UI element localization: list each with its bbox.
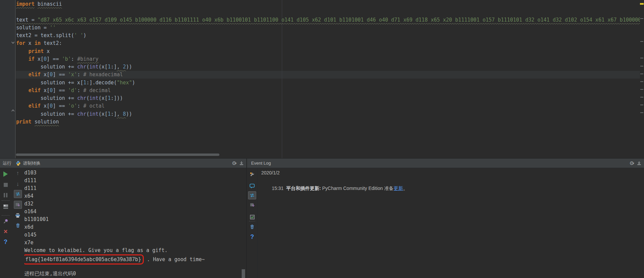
checkbox-icon[interactable] bbox=[249, 214, 256, 220]
code-line: print solution bbox=[16, 118, 640, 126]
run-console-output[interactable]: d103d111d111x64d32o164b1101001x6do145x7e… bbox=[24, 169, 238, 278]
stripe-typo-mark[interactable] bbox=[640, 105, 643, 105]
error-stripe[interactable] bbox=[640, 0, 644, 158]
console-line: d111 bbox=[24, 177, 238, 185]
code-line: elif x[0] == 'd': # decimal bbox=[16, 87, 640, 94]
code-line: elif x[0] == 'o': # octal bbox=[16, 102, 640, 110]
event-log-title: Event Log bbox=[251, 161, 271, 166]
run-panel-body: × ? ↑ ↓ d103d111d111x64d32 bbox=[0, 168, 246, 278]
clear-console-icon[interactable] bbox=[15, 222, 21, 229]
stop-icon[interactable] bbox=[2, 182, 9, 188]
run-panel-header: 运行 进制转换 ⚙▾ bbox=[0, 159, 246, 168]
code-line: import binascii bbox=[16, 0, 640, 8]
code-line: solution = '' bbox=[16, 24, 640, 32]
editor-gutter bbox=[0, 0, 16, 158]
code-line: elif x[0] == 'x': # hexadecimal bbox=[16, 71, 640, 79]
toolbar-separator bbox=[2, 215, 10, 216]
fold-end-icon[interactable] bbox=[11, 109, 15, 112]
stripe-typo-mark[interactable] bbox=[640, 18, 643, 19]
pause-icon[interactable] bbox=[2, 192, 9, 198]
event-log-tool-window: Event Log ⚙▾ bbox=[247, 159, 644, 278]
event-log-date: 2020/1/2 bbox=[261, 169, 641, 177]
run-toolbar-console: ↑ ↓ bbox=[11, 168, 24, 278]
scroll-to-end-icon[interactable] bbox=[14, 200, 22, 209]
console-vertical-scrollbar[interactable] bbox=[242, 269, 245, 278]
stripe-typo-mark[interactable] bbox=[640, 81, 643, 82]
event-time: 15:31 bbox=[272, 186, 284, 191]
console-line: x7e bbox=[24, 239, 238, 247]
python-logo-icon bbox=[16, 161, 21, 166]
stripe-typo-mark[interactable] bbox=[640, 89, 643, 90]
console-line: flag{1e4bf81a6394de5abc005ac6e39a387b} .… bbox=[24, 254, 238, 262]
pin-icon[interactable] bbox=[2, 218, 9, 225]
code-line: solution += chr(int(x[1:], 2)) bbox=[16, 63, 640, 71]
run-tool-window: 运行 进制转换 ⚙▾ bbox=[0, 159, 247, 278]
code-line: solution += x[1:].decode("hex") bbox=[16, 79, 640, 87]
flag-annotation-box: flag{1e4bf81a6394de5abc005ac6e39a387b} bbox=[24, 254, 144, 265]
down-arrow-icon[interactable]: ↓ bbox=[15, 181, 21, 188]
help-icon[interactable]: ? bbox=[2, 239, 9, 245]
print-icon[interactable] bbox=[15, 212, 21, 219]
toolbar-separator bbox=[2, 200, 10, 201]
console-line: x64 bbox=[24, 192, 238, 200]
stripe-warning-mark[interactable] bbox=[640, 3, 644, 5]
console-line: d32 bbox=[24, 200, 238, 208]
console-line: d103 bbox=[24, 169, 238, 177]
event-log-dock-icon[interactable] bbox=[637, 161, 641, 165]
show-console-icon[interactable] bbox=[2, 203, 9, 210]
stripe-typo-mark[interactable] bbox=[640, 97, 643, 98]
event-message: PyCharm Community Edition 准备 bbox=[321, 186, 394, 191]
code-line: if x[0] == 'b': #binary bbox=[16, 55, 640, 63]
stripe-typo-mark[interactable] bbox=[640, 58, 643, 58]
console-line: o164 bbox=[24, 208, 238, 216]
run-toolbar-main: × ? bbox=[0, 168, 11, 278]
event-suffix: 。 bbox=[403, 186, 408, 191]
event-log-toolbar: ? bbox=[247, 168, 258, 278]
clear-log-icon[interactable] bbox=[249, 223, 256, 230]
console-line: x6d bbox=[24, 223, 238, 231]
event-log-gear-icon[interactable]: ⚙▾ bbox=[629, 161, 634, 166]
bottom-tool-windows: 运行 进制转换 ⚙▾ bbox=[0, 158, 644, 278]
run-icon[interactable] bbox=[2, 171, 9, 177]
event-log-content: 2020/1/2 15:31 平台和插件更新: PyCharm Communit… bbox=[261, 169, 641, 185]
help-icon[interactable]: ? bbox=[249, 233, 256, 240]
run-tab-label[interactable]: 进制转换 bbox=[23, 160, 41, 166]
editor-horizontal-scrollbar[interactable] bbox=[16, 154, 219, 156]
run-window-label: 运行 bbox=[3, 160, 11, 166]
code-line: text = "d87 x65 x6c x63 o157 d109 o145 b… bbox=[16, 16, 640, 24]
code-line: solution += chr(int(x[1:])) bbox=[16, 94, 640, 102]
code-line bbox=[16, 8, 640, 16]
event-log-entry: 15:31 平台和插件更新: PyCharm Community Edition… bbox=[261, 177, 641, 185]
event-log-header: Event Log ⚙▾ bbox=[247, 159, 644, 168]
console-line: 进程已结束,退出代码0 bbox=[24, 270, 238, 278]
stripe-typo-mark[interactable] bbox=[640, 112, 643, 113]
run-settings-gear-icon[interactable]: ⚙▾ bbox=[232, 161, 237, 166]
scroll-to-end-icon[interactable] bbox=[249, 202, 256, 208]
code-text-area[interactable]: import binasciitext = "d87 x65 x6c x63 o… bbox=[16, 0, 640, 158]
code-line: print x bbox=[16, 48, 640, 55]
rerun-swap-icon[interactable] bbox=[248, 191, 257, 200]
comment-bubble-icon[interactable] bbox=[249, 183, 256, 190]
console-line: d111 bbox=[24, 185, 238, 192]
console-line: o145 bbox=[24, 231, 238, 239]
code-editor[interactable]: import binasciitext = "d87 x65 x6c x63 o… bbox=[0, 0, 644, 158]
code-line: solution += chr(int(x[1:], 8)) bbox=[16, 110, 640, 118]
fold-start-icon[interactable] bbox=[11, 41, 15, 45]
console-line: b1101001 bbox=[24, 216, 238, 223]
update-link[interactable]: 更新 bbox=[394, 186, 403, 191]
rerun-swap-icon[interactable] bbox=[14, 190, 22, 198]
close-icon[interactable]: × bbox=[2, 228, 9, 235]
stripe-typo-mark[interactable] bbox=[640, 66, 643, 66]
stripe-typo-mark[interactable] bbox=[640, 41, 643, 42]
code-line: text2 = text.split(' ') bbox=[16, 32, 640, 39]
console-line: Welcome to kelaibei. Give you a flag as … bbox=[24, 247, 238, 254]
run-dock-icon[interactable] bbox=[239, 161, 244, 165]
stripe-typo-mark[interactable] bbox=[640, 74, 643, 74]
up-arrow-icon[interactable]: ↑ bbox=[15, 170, 21, 177]
toolbar-separator bbox=[249, 221, 255, 221]
settings-wrench-icon[interactable] bbox=[249, 171, 256, 178]
event-source: 平台和插件更新: bbox=[286, 186, 321, 191]
code-line: for x in text2: bbox=[16, 39, 640, 47]
